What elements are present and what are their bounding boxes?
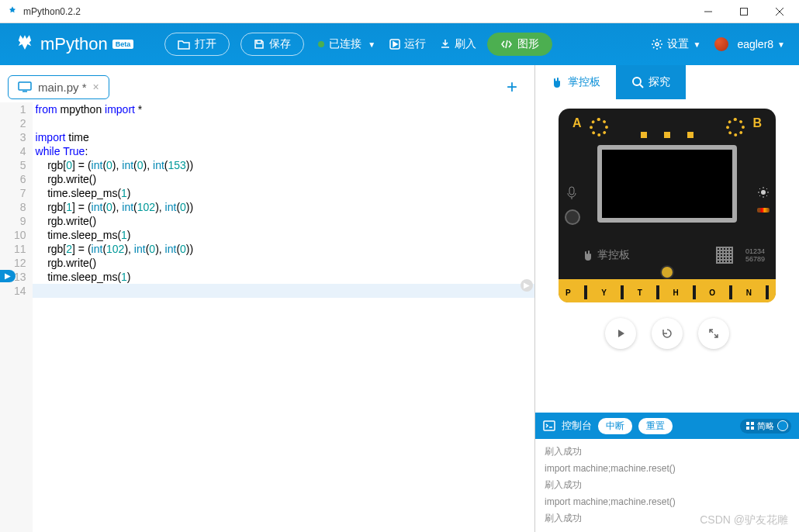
reset-button[interactable] (652, 318, 683, 349)
toggle-knob (777, 420, 788, 431)
chevron-down-icon: ▼ (777, 40, 785, 49)
monitor-icon (18, 81, 32, 92)
close-button[interactable] (762, 0, 797, 23)
search-icon (631, 76, 644, 88)
right-panel: 掌控板 探究 A B 掌控板 (535, 65, 799, 532)
edge-connector: PYTHON (559, 279, 776, 302)
interrupt-button[interactable]: 中断 (598, 418, 632, 434)
app-icon (6, 5, 19, 18)
button-a-label: A (572, 116, 582, 130)
window-title: mPython0.2.2 (23, 6, 690, 17)
sim-controls (605, 318, 729, 349)
right-tabs: 掌控板 探究 (535, 65, 799, 99)
gutter-arrow-icon[interactable]: ▶ (0, 270, 16, 282)
close-tab-icon[interactable]: × (93, 81, 99, 93)
tab-explore[interactable]: 探究 (616, 65, 686, 99)
file-tab[interactable]: main.py * × (8, 75, 109, 99)
board[interactable]: A B 掌控板 0123456789 PYTHON (559, 109, 776, 302)
maximize-button[interactable] (726, 0, 762, 23)
svg-rect-8 (569, 187, 574, 195)
svg-point-7 (633, 78, 641, 85)
simple-toggle[interactable]: 简略 (740, 419, 791, 434)
main-toolbar: mPython Beta 打开 保存 已连接 ▼ 运行 刷入 图形 设置 ▼ e… (0, 23, 799, 65)
svg-rect-12 (751, 422, 754, 425)
svg-rect-10 (544, 421, 555, 430)
svg-rect-6 (19, 82, 31, 90)
console-header: 控制台 中断 重置 简略 (535, 413, 799, 439)
svg-rect-14 (751, 427, 754, 430)
reset-console-button[interactable]: 重置 (638, 418, 673, 434)
tab-board[interactable]: 掌控板 (535, 65, 616, 99)
mic-button[interactable] (565, 209, 580, 225)
editor-panel: main.py * × + ▶ ▶ 1234567891011121314 fr… (0, 65, 535, 532)
avatar-icon (714, 37, 728, 51)
user-menu[interactable]: eagler8 ▼ (714, 37, 785, 51)
code-editor[interactable]: ▶ ▶ 1234567891011121314 from mpython imp… (0, 102, 534, 532)
graphics-button[interactable]: 图形 (487, 33, 552, 56)
file-name: main.py * (38, 81, 87, 94)
beta-badge: Beta (112, 40, 134, 49)
chevron-down-icon: ▼ (368, 40, 375, 49)
svg-point-9 (761, 190, 766, 195)
run-button[interactable]: 运行 (389, 37, 426, 51)
console-icon (543, 420, 555, 431)
home-button[interactable] (660, 265, 674, 279)
code-area[interactable]: from mpython import *import timewhile Tr… (33, 102, 534, 532)
window-titlebar: mPython0.2.2 (0, 0, 799, 23)
board-simulator: A B 掌控板 0123456789 PYTHON (535, 99, 799, 413)
watermark: CSDN @驴友花雕 (700, 513, 788, 527)
board-screen (597, 145, 737, 223)
board-brand: 掌控板 (582, 248, 630, 262)
fullscreen-button[interactable] (698, 318, 729, 349)
folder-icon (178, 39, 190, 50)
add-tab-button[interactable]: + (507, 76, 527, 98)
button-b-label: B (752, 116, 762, 130)
play-icon (389, 39, 400, 50)
hand-icon (551, 76, 563, 88)
gear-icon (651, 38, 663, 50)
save-button[interactable]: 保存 (240, 33, 304, 56)
logo: mPython Beta (14, 33, 133, 55)
grid-icon (746, 422, 754, 430)
line-gutter: 1234567891011121314 (0, 102, 33, 532)
logo-icon (14, 33, 36, 55)
file-tabstrip: main.py * × + (0, 65, 534, 102)
connection-status[interactable]: 已连接 ▼ (318, 37, 375, 51)
hole-b (726, 118, 745, 136)
qr-icon (716, 247, 733, 264)
open-button[interactable]: 打开 (164, 33, 230, 56)
serial-number: 0123456789 (745, 248, 765, 264)
code-icon (500, 39, 513, 50)
minimize-button[interactable] (690, 0, 726, 23)
svg-rect-13 (746, 427, 749, 430)
status-dot-icon (318, 41, 324, 47)
resistor-icon (757, 208, 770, 212)
mic-icon (566, 186, 577, 200)
brand-icon (582, 249, 594, 261)
hole-a (590, 118, 608, 136)
svg-point-5 (655, 43, 659, 46)
play-button[interactable] (605, 318, 636, 349)
save-icon (254, 39, 265, 50)
svg-rect-11 (746, 422, 749, 425)
logo-text: mPython (40, 34, 108, 54)
led-strip (641, 132, 694, 138)
light-icon (757, 186, 770, 199)
svg-rect-1 (741, 8, 748, 15)
download-icon (440, 39, 451, 50)
chevron-down-icon: ▼ (693, 40, 700, 49)
flash-button[interactable]: 刷入 (440, 37, 476, 51)
console-title: 控制台 (562, 419, 592, 433)
settings-button[interactable]: 设置 ▼ (651, 37, 700, 51)
